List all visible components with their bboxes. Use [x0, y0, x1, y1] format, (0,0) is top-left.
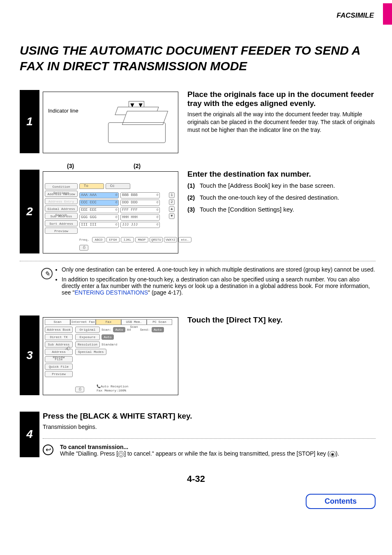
- internet-fax-tab[interactable]: Internet Fax: [70, 319, 96, 325]
- exposure-button[interactable]: Exposure: [75, 334, 100, 340]
- stop-symbol-icon: ⬡: [118, 451, 124, 457]
- entering-destinations-link[interactable]: ENTERING DESTINATIONS: [74, 289, 148, 296]
- touch-key[interactable]: EEE EEE✆: [79, 207, 119, 213]
- special-modes-button[interactable]: Special Modes: [75, 349, 106, 355]
- step1-heading: Place the originals face up in the docum…: [187, 90, 376, 108]
- address-entry-button[interactable]: Address Entry: [45, 198, 78, 204]
- cancel-heading: To cancel transmission...: [60, 444, 339, 450]
- to-tab[interactable]: To: [79, 183, 104, 189]
- freq-key[interactable]: MNOP: [135, 237, 148, 242]
- scroll-down-button[interactable]: ▼: [169, 213, 175, 219]
- step-number: 2: [20, 170, 39, 253]
- illustration-address-book: (3) (2) Condition Settings Address Revie…: [43, 171, 178, 253]
- address-book-button[interactable]: Address Book: [45, 327, 73, 333]
- section-color-tab: [383, 3, 392, 25]
- step-2: 2 (3) (2) Condition Settings Address Rev…: [20, 170, 392, 253]
- step2-substeps: (1)Touch the [Address Book] key in the b…: [187, 182, 376, 213]
- stop-key-icon: ◉: [330, 451, 336, 457]
- step-4: 4 Press the [BLACK & WHITE START] key. T…: [20, 412, 392, 457]
- touch-key[interactable]: HHH HHH✆: [120, 214, 160, 221]
- cancel-note: ↩ To cancel transmission... While "Diall…: [43, 444, 376, 457]
- freq-key[interactable]: EFGH: [106, 237, 120, 242]
- note-bullet: Only one destination can be entered. A o…: [62, 266, 376, 273]
- direct-tx-button[interactable]: Direct TX: [45, 334, 73, 340]
- freq-key[interactable]: ABCD: [92, 237, 105, 242]
- scan-tab[interactable]: Scan: [45, 319, 70, 325]
- preview-icon-button[interactable]: ⎙: [79, 245, 88, 251]
- touch-key[interactable]: GGG GGG✆: [79, 214, 119, 221]
- touch-key[interactable]: DDD DDD✆: [120, 200, 160, 206]
- step3-heading: Touch the [Direct TX] key.: [187, 315, 376, 325]
- touch-key[interactable]: JJJ JJJ✆: [120, 222, 160, 228]
- printer-sketch: ▼ ▼: [105, 99, 171, 148]
- fax-status: 📞Auto Reception Fax Memory:100%: [97, 385, 128, 392]
- contents-button[interactable]: Contents: [306, 494, 376, 509]
- step-number: 1: [20, 90, 39, 153]
- section-header: FACSIMILE: [0, 0, 392, 20]
- global-address-search-button[interactable]: Global Address Search: [45, 205, 78, 212]
- sub-address-button[interactable]: Sub Address: [45, 213, 78, 219]
- fax-tab[interactable]: Fax: [96, 319, 121, 325]
- side-buttons: Condition Settings Address Review Addres…: [45, 183, 78, 235]
- freq-key[interactable]: QRSTU: [150, 237, 163, 242]
- preview-button[interactable]: Preview: [45, 228, 78, 234]
- address-review-button[interactable]: Address Review: [45, 191, 78, 197]
- annotation-2: (2): [134, 163, 141, 169]
- touch-key[interactable]: III III✆: [79, 222, 119, 228]
- freq-key[interactable]: IJKL: [121, 237, 134, 242]
- exposure-value: Auto: [101, 334, 114, 340]
- step4-body: Transmission begins.: [43, 423, 376, 431]
- illustration-feeder: Indicator line ▼ ▼: [43, 92, 178, 153]
- step2-heading: Enter the destination fax number.: [187, 170, 376, 179]
- cc-tab[interactable]: Cc: [106, 183, 130, 189]
- file-button[interactable]: File: [45, 356, 73, 362]
- preview-button[interactable]: Preview: [45, 371, 73, 377]
- note-block-step2: ✎ Only one destination can be entered. A…: [0, 266, 392, 299]
- resolution-button[interactable]: Resolution: [75, 341, 100, 348]
- scan-auto: Auto: [113, 327, 125, 332]
- one-touch-grid: AAA AAA✆BBB BBB✆ CCC CCC✆DDD DDD✆ EEE EE…: [79, 192, 160, 229]
- sort-address-button[interactable]: Sort Address: [45, 220, 78, 226]
- quick-file-button[interactable]: Quick File: [45, 364, 73, 370]
- usb-mem-scan-tab[interactable]: USB Mem. Scan: [121, 319, 147, 325]
- touch-key[interactable]: BBB BBB✆: [120, 192, 160, 198]
- freq-key[interactable]: etc.: [178, 237, 191, 242]
- original-button[interactable]: Original: [75, 327, 100, 333]
- note-icon: ✎: [41, 268, 53, 279]
- cancel-body: While "Dialling. Press [⬡] to cancel." a…: [60, 450, 339, 457]
- illustration-fax-screen: Scan Internet Fax Fax USB Mem. Scan PC S…: [43, 317, 178, 395]
- divider: [20, 261, 376, 261]
- step-1: 1 Indicator line ▼ ▼ Place the originals…: [20, 90, 392, 153]
- cancel-icon: ↩: [43, 444, 53, 455]
- page-indicator: 2: [169, 199, 175, 205]
- page-number: 4-32: [0, 474, 392, 484]
- annotation-3: (3): [67, 163, 74, 169]
- step1-body: Insert the originals all the way into th…: [187, 111, 376, 134]
- condition-settings-button[interactable]: Condition Settings: [45, 183, 78, 189]
- freq-label: Freq.: [79, 238, 89, 242]
- touch-key[interactable]: CCC CCC✆: [79, 200, 119, 206]
- pc-scan-tab[interactable]: PC Scan: [147, 319, 172, 325]
- touch-key[interactable]: AAA AAA✆: [79, 192, 119, 198]
- freq-key[interactable]: VWXYZ: [164, 237, 177, 242]
- step-3: 3 Scan Internet Fax Fax USB Mem. Scan PC…: [20, 315, 392, 395]
- send-auto: Auto: [152, 327, 164, 332]
- page-title: USING THE AUTOMATIC DOCUMENT FEEDER TO S…: [0, 28, 392, 74]
- step4-heading: Press the [BLACK & WHITE START] key.: [43, 412, 376, 421]
- indicator-line-label: Indicator line: [48, 108, 78, 114]
- step-number: 4: [20, 412, 39, 457]
- preview-icon-button[interactable]: ⎙: [75, 387, 84, 392]
- note-bullet: In addition to specification by one-touc…: [62, 276, 376, 296]
- page-indicator: 1: [169, 192, 175, 198]
- scroll-up-button[interactable]: ▲: [169, 206, 175, 212]
- freq-row: Freq. ABCD EFGH IJKL MNOP QRSTU VWXYZ et…: [79, 237, 191, 242]
- step-number: 3: [20, 315, 39, 395]
- touch-key[interactable]: FFF FFF✆: [120, 207, 160, 213]
